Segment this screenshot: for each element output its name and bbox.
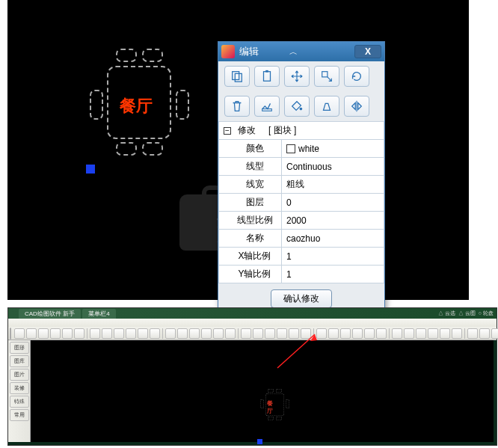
fill-button[interactable] [284, 96, 310, 117]
titlebar-action[interactable]: △ 云图 [458, 310, 476, 317]
side-tool-button[interactable]: 特殊 [10, 396, 29, 408]
ribbon-button[interactable] [26, 328, 37, 339]
drawing-canvas[interactable]: 餐厅 [31, 340, 494, 442]
ribbon-button[interactable] [467, 328, 478, 339]
chair-shape [142, 142, 163, 156]
menubar[interactable] [8, 319, 497, 327]
svg-rect-4 [322, 72, 328, 77]
ribbon-button[interactable] [150, 328, 160, 339]
titlebar-action[interactable]: △ 云选 [438, 310, 455, 317]
paste-button[interactable] [254, 66, 280, 87]
property-label: 图层 [219, 194, 282, 212]
ribbon-button[interactable] [114, 328, 124, 339]
ribbon-button[interactable] [316, 328, 327, 339]
property-label: Y轴比例 [219, 266, 282, 283]
ribbon-toolbar [8, 327, 497, 340]
ribbon-button[interactable] [392, 328, 402, 339]
ribbon-button[interactable] [74, 328, 84, 339]
ribbon-button[interactable] [491, 328, 498, 339]
delete-button[interactable] [224, 96, 250, 117]
ribbon-button[interactable] [138, 328, 148, 339]
ribbon-button[interactable] [277, 328, 287, 339]
main-view-panel: 餐厅 安下载 anxz.com 编辑 ︿ X [7, 0, 469, 300]
property-label: 颜色 [219, 140, 282, 158]
ribbon-button[interactable] [428, 328, 438, 339]
close-button[interactable]: X [354, 45, 381, 58]
property-label: 线型 [219, 158, 282, 176]
property-value[interactable]: 0 [282, 194, 384, 212]
selection-grip[interactable] [257, 439, 262, 444]
property-value[interactable]: caozhuo [282, 230, 384, 248]
svg-rect-5 [262, 109, 272, 111]
section-header[interactable]: − 修改 [ 图块 ] [219, 122, 384, 140]
property-label: 线型比例 [219, 212, 282, 230]
ribbon-button[interactable] [253, 328, 263, 339]
ribbon-button[interactable] [102, 328, 112, 339]
ribbon-button[interactable] [90, 328, 100, 339]
ribbon-button[interactable] [352, 328, 363, 339]
ribbon-button[interactable] [225, 328, 236, 339]
ribbon-button[interactable] [301, 328, 311, 339]
titlebar-action[interactable]: ○ 轮盘 [479, 310, 494, 317]
confirm-button[interactable]: 确认修改 [271, 289, 332, 308]
property-value[interactable]: 1 [282, 248, 384, 266]
scale-button[interactable] [314, 66, 339, 87]
chair-shape [142, 49, 163, 62]
ribbon-button[interactable] [328, 328, 339, 339]
ribbon-button[interactable] [265, 328, 275, 339]
ribbon-button[interactable] [452, 328, 462, 339]
ribbon-button[interactable] [479, 328, 490, 339]
move-button[interactable] [284, 66, 310, 87]
panel-header[interactable]: 编辑 ︿ X [218, 42, 384, 61]
ribbon-button[interactable] [289, 328, 299, 339]
chair-shape [176, 90, 189, 120]
side-tool-button[interactable]: 图片 [10, 369, 29, 381]
ribbon-button[interactable] [62, 328, 73, 339]
collapse-button[interactable]: ︿ [285, 46, 302, 58]
ribbon-button[interactable] [241, 328, 251, 339]
document-tab[interactable]: 菜单栏4 [82, 309, 115, 319]
svg-rect-0 [233, 72, 239, 80]
ribbon-button[interactable] [38, 328, 49, 339]
ribbon-button[interactable] [416, 328, 426, 339]
property-value[interactable]: 2000 [282, 212, 384, 230]
ribbon-button[interactable] [14, 328, 25, 339]
svg-rect-2 [264, 72, 271, 82]
ribbon-button[interactable] [126, 328, 136, 339]
explode-button[interactable] [254, 96, 280, 117]
ribbon-button[interactable] [440, 328, 450, 339]
property-label: X轴比例 [219, 248, 282, 266]
property-value[interactable]: white [282, 140, 384, 158]
ribbon-button[interactable] [177, 328, 188, 339]
rotate-button[interactable] [344, 66, 369, 87]
mirror-button[interactable] [344, 96, 369, 117]
toolbar-row-1 [218, 61, 384, 91]
property-value[interactable]: 粗线 [282, 176, 384, 194]
side-tool-button[interactable]: 常用 [10, 409, 29, 421]
ribbon-button[interactable] [189, 328, 200, 339]
property-value[interactable]: Continuous [282, 158, 384, 176]
chair-shape [116, 142, 137, 156]
block-label: 餐厅 [120, 95, 153, 117]
ribbon-button[interactable] [364, 328, 375, 339]
ribbon-button[interactable] [50, 328, 61, 339]
offset-button[interactable] [314, 96, 339, 117]
side-tool-button[interactable]: 图形 [10, 342, 29, 354]
app-logo[interactable] [10, 328, 11, 340]
selection-grip[interactable] [86, 165, 95, 174]
ribbon-button[interactable] [404, 328, 414, 339]
ribbon-button[interactable] [340, 328, 351, 339]
document-tab[interactable]: CAD绘图软件 新手 [19, 309, 81, 319]
drawing-canvas[interactable]: 餐厅 [7, 0, 217, 300]
ribbon-button[interactable] [376, 328, 387, 339]
ribbon-button[interactable] [201, 328, 212, 339]
copy-button[interactable] [224, 66, 250, 87]
side-tool-button[interactable]: 装修 [10, 382, 29, 394]
ribbon-button[interactable] [165, 328, 176, 339]
property-value[interactable]: 1 [282, 266, 384, 283]
side-tool-button[interactable]: 图库 [10, 355, 29, 367]
side-toolbar: 图形图库图片装修特殊常用 [8, 340, 31, 442]
window-titlebar[interactable]: CAD绘图软件 新手菜单栏4 △ 云选△ 云图○ 轮盘 [8, 308, 497, 319]
chair-shape [116, 49, 137, 62]
ribbon-button[interactable] [213, 328, 224, 339]
